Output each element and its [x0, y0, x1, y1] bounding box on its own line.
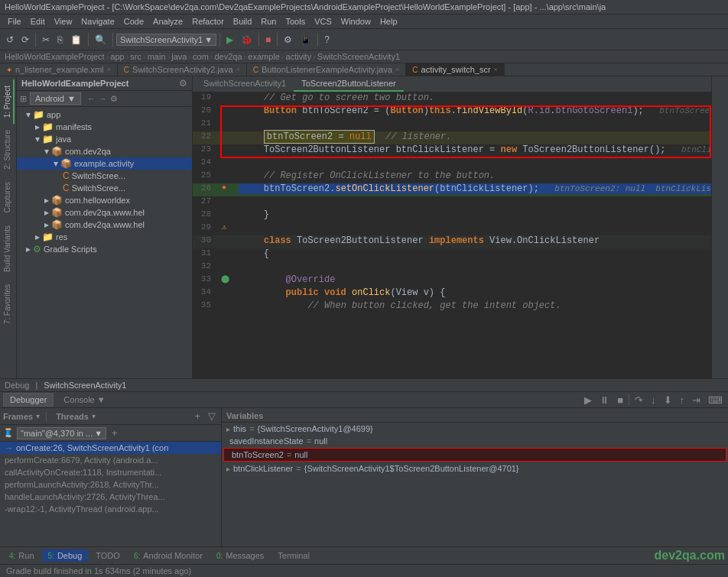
- bc-switchscreen[interactable]: SwitchScreenActivity1: [317, 52, 400, 61]
- bc-src[interactable]: src: [130, 52, 141, 61]
- file-tab-xml[interactable]: ✦ n_listener_example.xml ×: [0, 63, 118, 76]
- toolbar-avd-btn[interactable]: 📱: [297, 33, 314, 47]
- frame-item-oncreate[interactable]: → onCreate:26, SwitchScreenActivity1 (co…: [0, 442, 221, 454]
- frames-expand-icon[interactable]: ▾: [36, 412, 40, 420]
- tree-manifests[interactable]: ▸ 📁 manifests: [17, 121, 192, 133]
- tree-java[interactable]: ▾ 📁 java: [17, 133, 192, 145]
- step-over-btn[interactable]: ↷: [632, 394, 645, 407]
- debug-tab-debugger[interactable]: Debugger: [3, 393, 54, 407]
- close-activity2-tab[interactable]: ×: [236, 66, 240, 73]
- tree-res[interactable]: ▸ 📁 res: [17, 231, 192, 243]
- menu-edit[interactable]: Edit: [26, 15, 50, 28]
- menu-refactor[interactable]: Refactor: [187, 15, 229, 28]
- toolbar-paste-btn[interactable]: 📋: [67, 33, 85, 47]
- stop-debug-btn[interactable]: ■: [615, 394, 626, 407]
- frame-item-performcreate[interactable]: performCreate:6679, Activity (android.a.…: [0, 454, 221, 466]
- bc-app[interactable]: app: [110, 52, 124, 61]
- stop-btn[interactable]: ■: [262, 33, 274, 47]
- toolbar-copy-btn[interactable]: ⎘: [54, 33, 66, 47]
- file-tab-activityswitch[interactable]: C activity_switch_scr ×: [406, 63, 505, 76]
- evaluate-btn[interactable]: ⌨: [706, 394, 725, 407]
- bc-java[interactable]: java: [171, 52, 187, 61]
- frame-item-wrap[interactable]: -wrap12:-1, ActivityThread (android.app.…: [0, 503, 221, 515]
- editor-tab-toscreen2[interactable]: ToScreen2ButtonListener: [294, 76, 404, 92]
- var-item-this[interactable]: ▸ this = {SwitchScreenActivity1@4699}: [222, 423, 728, 435]
- bc-dev2qa[interactable]: dev2qa: [215, 52, 242, 61]
- threads-expand-icon[interactable]: ▾: [92, 412, 96, 420]
- toolbar-sdk-btn[interactable]: ⚙: [281, 33, 295, 47]
- vert-tab-project[interactable]: 1: Project: [2, 79, 15, 124]
- bc-com[interactable]: com: [193, 52, 209, 61]
- close-activityswitch-tab[interactable]: ×: [494, 66, 498, 73]
- toolbar-search-btn[interactable]: 🔍: [92, 33, 109, 47]
- tree-com-dev2qa[interactable]: ▾ 📦 com.dev2qa: [17, 145, 192, 157]
- bottom-tab-android-monitor[interactable]: 6: Android Monitor: [128, 549, 209, 562]
- settings-icon[interactable]: ⚙: [110, 94, 118, 104]
- panel-gear-icon[interactable]: ⚙: [179, 78, 187, 89]
- add-frame-btn[interactable]: +: [109, 426, 120, 439]
- toolbar-bug-btn[interactable]: 🐞: [238, 33, 255, 47]
- menu-view[interactable]: View: [50, 15, 77, 28]
- tree-example-activity[interactable]: ▾ 📦 example.activity: [17, 157, 192, 170]
- menu-window[interactable]: Window: [336, 15, 375, 28]
- var-item-btnclicklistener[interactable]: ▸ btnClickListener = {SwitchScreenActivi…: [222, 462, 728, 475]
- menu-analyze[interactable]: Analyze: [148, 15, 187, 28]
- tree-dev2qa-www2[interactable]: ▸ 📦 com.dev2qa.www.hel: [17, 219, 192, 231]
- tree-helloworldex[interactable]: ▸ 📦 com.helloworldex: [17, 194, 192, 206]
- resume-btn[interactable]: ▶: [582, 394, 594, 407]
- force-step-into-btn[interactable]: ⬇: [661, 394, 674, 407]
- code-editor[interactable]: 19 // Get go to screen two button. 20 Bu…: [193, 92, 711, 378]
- bc-main[interactable]: main: [148, 52, 166, 61]
- vert-tab-captures[interactable]: Captures: [2, 176, 15, 219]
- nav-forward-icon[interactable]: →: [99, 94, 107, 103]
- bottom-tab-run[interactable]: 4: Run: [3, 549, 41, 562]
- android-device-dropdown[interactable]: Android ▼: [30, 92, 81, 105]
- thread-dropdown[interactable]: "main"@4,370 in ... ▼: [17, 427, 106, 439]
- bottom-tab-terminal[interactable]: Terminal: [271, 549, 316, 562]
- bc-example[interactable]: example: [248, 52, 280, 61]
- frame-item-performlaunch[interactable]: performLaunchActivity:2618, ActivityThr.…: [0, 478, 221, 491]
- var-item-btntoscreen2[interactable]: btnToScreen2 = null: [223, 448, 726, 462]
- frames-filter-btn[interactable]: ▽: [206, 410, 218, 423]
- run-btn[interactable]: ▶: [223, 33, 236, 47]
- bottom-tab-messages[interactable]: 0: Messages: [210, 549, 270, 562]
- toolbar-help-btn[interactable]: ?: [321, 33, 333, 47]
- step-out-btn[interactable]: ↑: [678, 394, 687, 407]
- tree-dev2qa-www1[interactable]: ▸ 📦 com.dev2qa.www.hel: [17, 206, 192, 219]
- menu-build[interactable]: Build: [229, 15, 256, 28]
- var-item-savedinstance[interactable]: savedInstanceState = null: [222, 435, 728, 447]
- tree-switchscreen1[interactable]: C SwitchScree...: [17, 170, 192, 182]
- file-tab-buttonlistener[interactable]: C ButtonListenerExampleActivity.java ×: [247, 63, 407, 76]
- bc-project[interactable]: HelloWorldExampleProject: [5, 52, 105, 61]
- close-xml-tab[interactable]: ×: [107, 66, 111, 73]
- bottom-tab-todo[interactable]: TODO: [89, 549, 126, 562]
- vert-tab-favorites[interactable]: 7: Favorites: [2, 278, 15, 330]
- menu-run[interactable]: Run: [256, 15, 281, 28]
- step-into-btn[interactable]: ↓: [648, 394, 658, 407]
- frame-item-callactivity[interactable]: callActivityOnCreate:1118, Instrumentati…: [0, 466, 221, 478]
- editor-tab-switchscreen1[interactable]: SwitchScreenActivity1: [196, 76, 294, 92]
- toolbar-cut-btn[interactable]: ✂: [39, 33, 53, 47]
- debug-tab-console[interactable]: Console ▼: [57, 393, 112, 407]
- menu-navigate[interactable]: Navigate: [76, 15, 119, 28]
- run-to-cursor-btn[interactable]: ⇥: [690, 394, 703, 407]
- frames-add-btn[interactable]: +: [192, 410, 203, 423]
- close-buttonlistener-tab[interactable]: ×: [395, 66, 399, 73]
- menu-vcs[interactable]: VCS: [310, 15, 336, 28]
- menu-code[interactable]: Code: [119, 15, 148, 28]
- device-selector[interactable]: SwitchScreenActivity1 ▼: [116, 34, 216, 46]
- vert-tab-build-variants[interactable]: Build Variants: [2, 219, 15, 278]
- menu-file[interactable]: File: [3, 15, 26, 28]
- bc-activity[interactable]: activity: [286, 52, 312, 61]
- toolbar-sync-btn[interactable]: ⟳: [18, 33, 32, 47]
- bottom-tab-debug[interactable]: 5: Debug: [42, 549, 89, 562]
- toolbar-back-btn[interactable]: ↺: [3, 33, 17, 47]
- menu-tools[interactable]: Tools: [281, 15, 310, 28]
- tree-switchscreen2[interactable]: C SwitchScree...: [17, 182, 192, 194]
- nav-back-icon[interactable]: ←: [87, 94, 96, 103]
- file-tab-activity2[interactable]: C SwitchScreenActivity2.java ×: [118, 63, 247, 76]
- tree-app[interactable]: ▾ 📁 app: [17, 109, 192, 121]
- menu-help[interactable]: Help: [375, 15, 402, 28]
- frame-item-handlelaunch[interactable]: handleLaunchActivity:2726, ActivityThrea…: [0, 491, 221, 503]
- tree-gradle[interactable]: ▸ ⚙ Gradle Scripts: [17, 243, 192, 255]
